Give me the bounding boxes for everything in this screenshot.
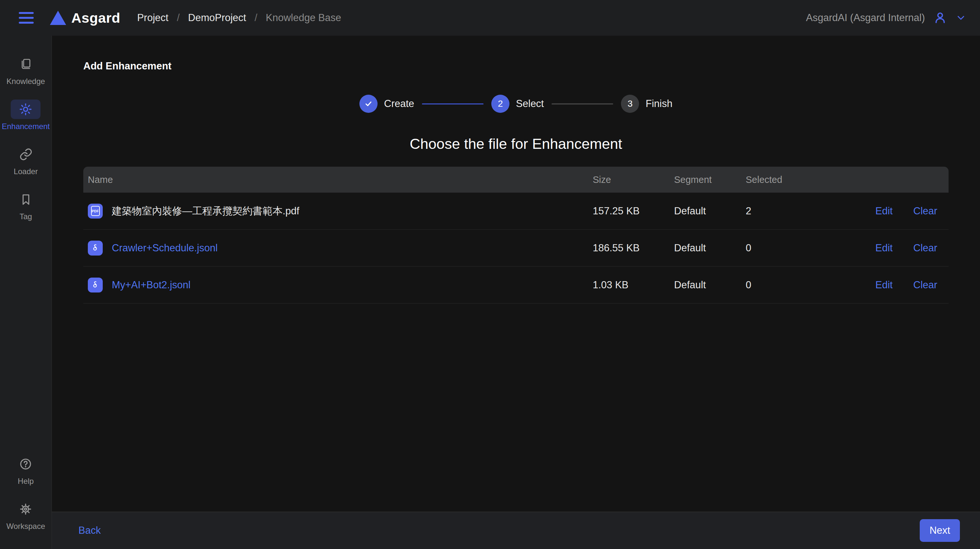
file-segment: Default — [674, 242, 746, 254]
page-title: Add Enhancement — [83, 60, 980, 72]
jsonl-file-icon — [88, 241, 103, 255]
step-finish: 3 Finish — [621, 95, 673, 113]
triangle-logo-icon — [50, 11, 66, 25]
jsonl-glyph-icon — [90, 243, 100, 253]
breadcrumb: Project / DemoProject / Knowledge Base — [137, 12, 341, 24]
file-selected-count: 0 — [746, 242, 875, 254]
hamburger-menu-icon[interactable] — [19, 12, 34, 24]
footer-bar: Back Next — [52, 512, 980, 549]
sidebar-item-label: Loader — [14, 167, 38, 176]
sidebar-item-label: Enhancement — [2, 122, 49, 131]
user-icon[interactable] — [933, 10, 948, 25]
help-circle-icon — [19, 457, 32, 471]
clear-link[interactable]: Clear — [913, 242, 948, 254]
sidebar-item-label: Tag — [19, 212, 32, 221]
clear-link[interactable]: Clear — [913, 279, 948, 291]
breadcrumb-knowledge-base: Knowledge Base — [266, 12, 341, 24]
top-bar: Asgard Project / DemoProject / Knowledge… — [0, 0, 980, 36]
file-size: 157.25 KB — [593, 205, 674, 217]
pdf-file-icon: PDF — [88, 204, 103, 219]
next-button[interactable]: Next — [920, 519, 960, 542]
link-icon — [19, 148, 33, 161]
account-label: AsgardAI (Asgard Internal) — [806, 12, 925, 24]
step-label: Finish — [646, 98, 673, 110]
main-content: Add Enhancement Create 2 Select 3 Finish — [52, 36, 980, 512]
chevron-down-icon[interactable] — [955, 12, 966, 23]
jsonl-file-icon — [88, 278, 103, 292]
file-selected-count: 2 — [746, 205, 875, 217]
table-header: Name Size Segment Selected — [83, 167, 948, 193]
sidebar-item-label: Workspace — [6, 522, 45, 531]
column-header-segment: Segment — [674, 174, 746, 185]
file-name-link[interactable]: Crawler+Schedule.jsonl — [112, 242, 218, 254]
check-icon — [364, 99, 373, 109]
step-circle-pending: 3 — [621, 95, 639, 113]
step-connector — [422, 104, 484, 104]
step-label: Create — [384, 98, 414, 110]
table-row: PDF 建築物室內裝修—工程承攬契約書範本.pdf 157.25 KB Defa… — [83, 193, 948, 230]
sidebar-item-label: Help — [18, 477, 34, 486]
sidebar-item-help[interactable]: Help — [11, 454, 40, 486]
step-circle-active: 2 — [491, 95, 509, 113]
table-row: Crawler+Schedule.jsonl 186.55 KB Default… — [83, 230, 948, 267]
app-logo[interactable]: Asgard — [50, 10, 120, 26]
sidebar-item-label: Knowledge — [6, 77, 45, 86]
step-circle-complete — [360, 95, 377, 113]
pdf-badge-label: PDF — [91, 206, 100, 216]
breadcrumb-demoproject[interactable]: DemoProject — [188, 12, 246, 24]
logo-text: Asgard — [71, 10, 120, 26]
breadcrumb-project[interactable]: Project — [137, 12, 168, 24]
file-selected-count: 0 — [746, 279, 875, 291]
file-segment: Default — [674, 205, 746, 217]
sidebar-item-loader[interactable]: Loader — [11, 145, 41, 176]
file-size: 186.55 KB — [593, 242, 674, 254]
step-connector — [552, 104, 613, 104]
sidebar: Knowledge Enhancement — [0, 36, 52, 549]
file-segment: Default — [674, 279, 746, 291]
column-header-selected: Selected — [746, 174, 875, 185]
sidebar-item-enhancement[interactable]: Enhancement — [2, 99, 49, 131]
file-table: Name Size Segment Selected PDF 建築物室內裝修—工… — [83, 167, 948, 303]
step-select: 2 Select — [491, 95, 544, 113]
gear-icon — [19, 502, 32, 516]
edit-link[interactable]: Edit — [875, 242, 913, 254]
file-name-link[interactable]: My+AI+Bot2.jsonl — [112, 279, 191, 291]
active-item-highlight — [11, 99, 40, 119]
section-heading: Choose the file for Enhancement — [52, 136, 980, 152]
sidebar-bottom: Help Wo — [6, 454, 45, 544]
sun-icon — [19, 102, 32, 116]
stepper: Create 2 Select 3 Finish — [52, 95, 980, 113]
step-create: Create — [360, 95, 414, 113]
column-header-name: Name — [88, 174, 593, 185]
sidebar-item-knowledge[interactable]: Knowledge — [6, 54, 45, 86]
column-header-size: Size — [593, 174, 674, 185]
book-icon — [19, 57, 32, 71]
edit-link[interactable]: Edit — [875, 205, 913, 217]
file-name: 建築物室內裝修—工程承攬契約書範本.pdf — [112, 204, 299, 218]
back-button[interactable]: Back — [78, 525, 101, 536]
clear-link[interactable]: Clear — [913, 205, 948, 217]
breadcrumb-separator: / — [255, 12, 257, 24]
sidebar-item-workspace[interactable]: Workspace — [6, 500, 45, 531]
file-size: 1.03 KB — [593, 279, 674, 291]
app-window: Asgard Project / DemoProject / Knowledge… — [0, 0, 980, 549]
edit-link[interactable]: Edit — [875, 279, 913, 291]
breadcrumb-separator: / — [177, 12, 180, 24]
step-label: Select — [516, 98, 544, 110]
bookmark-icon — [19, 193, 33, 206]
account-menu[interactable]: AsgardAI (Asgard Internal) — [806, 10, 966, 25]
table-row: My+AI+Bot2.jsonl 1.03 KB Default 0 Edit … — [83, 267, 948, 303]
sidebar-item-tag[interactable]: Tag — [11, 190, 41, 221]
jsonl-glyph-icon — [90, 280, 100, 290]
